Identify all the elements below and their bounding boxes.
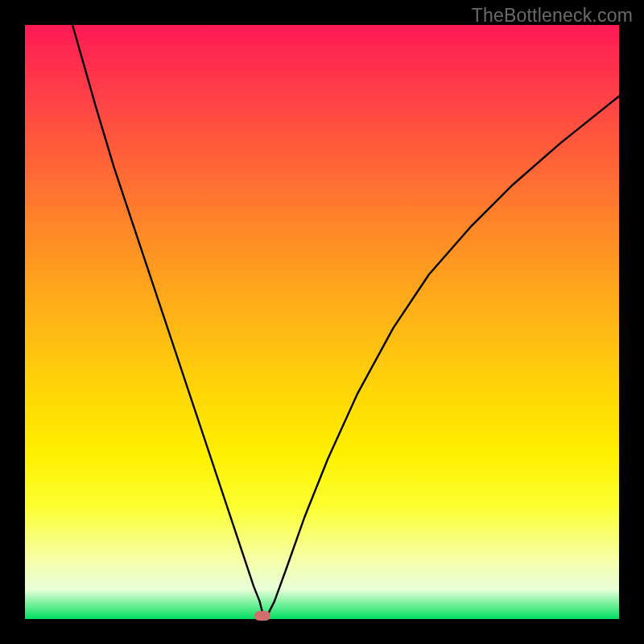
chart-curve [25,25,619,619]
plot-area [25,25,619,619]
watermark-text: TheBottleneck.com [472,5,633,27]
chart-frame: TheBottleneck.com [0,0,644,644]
chart-marker [254,611,270,621]
